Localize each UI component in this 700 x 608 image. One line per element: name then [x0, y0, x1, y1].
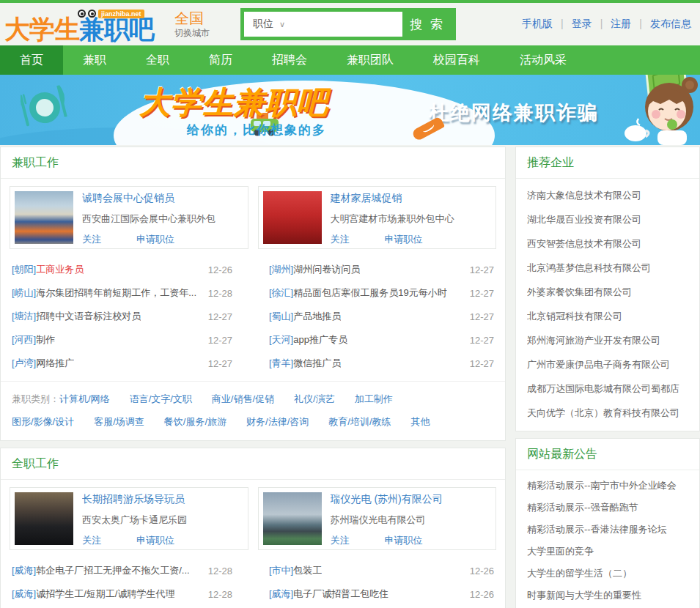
nav-item-jobfair[interactable]: 招聘会	[252, 45, 327, 75]
category-link[interactable]: 计算机/网络	[59, 393, 110, 404]
job-row[interactable]: [威海] 诚招学生工/短期工/诚聘学生代理 12-28	[12, 582, 232, 606]
apply-link[interactable]: 申请职位	[136, 233, 174, 244]
job-row[interactable]: [崂山] 海尔集团招聘年前短期工作，工资年... 12-28	[12, 281, 232, 305]
login-link[interactable]: 登录	[553, 18, 592, 31]
company-item[interactable]: 济南大象信息技术有限公司	[527, 183, 688, 207]
announcement-item[interactable]: 时事新闻与大学生的重要性	[527, 585, 688, 607]
announcement-item[interactable]: 精彩活动展示--香港法律服务论坛	[527, 519, 688, 541]
company-item[interactable]: 广州市爱康伊品电子商务有限公司	[527, 352, 688, 377]
announcement-item[interactable]: 大学生的留学生活（二）	[527, 563, 688, 585]
job-list-column: [朝阳] 工商业务员 12-26 [崂山] 海尔集团招聘年前短期工作，工资年..…	[12, 258, 253, 375]
job-photo[interactable]	[263, 492, 322, 545]
nav-item-wiki[interactable]: 校园百科	[413, 45, 500, 75]
follow-link[interactable]: 关注	[331, 534, 350, 545]
job-row[interactable]: [河西] 制作 12-27	[12, 328, 232, 352]
nav-item-fulltime[interactable]: 全职	[126, 45, 189, 75]
mobile-version-link[interactable]: 手机版	[522, 18, 553, 31]
announcements-section: 网站最新公告 精彩活动展示--南宁市中外企业峰会 精彩活动展示--强音酷跑节 精…	[515, 438, 700, 608]
category-link[interactable]: 加工制作	[355, 393, 393, 404]
job-district: [青羊]	[269, 357, 293, 370]
banner-slogan: 杜绝网络兼职诈骗	[429, 100, 599, 126]
apply-link[interactable]: 申请职位	[385, 534, 423, 545]
nav-item-team[interactable]: 兼职团队	[327, 45, 413, 75]
top-links: 手机版 登录 注册 发布信息	[522, 18, 691, 31]
job-photo[interactable]	[15, 492, 73, 545]
job-district: [塘沽]	[12, 310, 36, 323]
job-title: 工商业务员	[36, 263, 84, 276]
job-date: 12-27	[470, 311, 494, 322]
fulltime-featured-cards: 长期招聘游乐场导玩员 西安太奥广场卡通尼乐园 关注 申请职位 瑞仪光电 (苏州)…	[1, 480, 505, 555]
categories-label: 兼职类别：	[12, 393, 59, 404]
category-link[interactable]: 商业/销售/促销	[212, 393, 274, 404]
register-link[interactable]: 注册	[592, 18, 632, 31]
category-link[interactable]: 其他	[411, 416, 430, 427]
logo-top-row: jianzhiba.net	[78, 10, 144, 18]
category-link[interactable]: 教育/培训/教练	[328, 416, 391, 427]
job-photo[interactable]	[15, 191, 73, 244]
category-link[interactable]: 礼仪/演艺	[294, 393, 335, 404]
company-item[interactable]: 西安智荟信息技术有限公司	[527, 231, 688, 256]
company-item[interactable]: 天向优学（北京）教育科技有限公司	[527, 401, 688, 425]
job-row[interactable]: [青羊] 微信推广员 12-27	[269, 352, 494, 375]
announcement-item[interactable]: 精彩活动展示--强音酷跑节	[527, 497, 688, 519]
announcement-item[interactable]: 精彩活动展示--南宁市中外企业峰会	[527, 475, 688, 497]
job-photo[interactable]	[263, 191, 322, 244]
nav-item-home[interactable]: 首页	[0, 45, 63, 75]
job-row[interactable]: [朝阳] 工商业务员 12-26	[12, 258, 232, 281]
search-button[interactable]: 搜 索	[402, 12, 452, 37]
announcement-item[interactable]: 大学里面的竞争	[527, 541, 688, 563]
current-city[interactable]: 全国	[174, 10, 210, 28]
job-row[interactable]: [天河] app推广专员 12-27	[269, 328, 494, 352]
category-link[interactable]: 图形/影像/设计	[12, 416, 74, 427]
job-title: 电子厂诚招普工包吃住	[293, 587, 388, 601]
company-item[interactable]: 成都万达国际电影城有限公司蜀都店	[527, 377, 688, 401]
category-link[interactable]: 餐饮/服务/旅游	[164, 416, 226, 427]
job-card-title[interactable]: 诚聘会展中心促销员	[82, 192, 215, 205]
job-row[interactable]: [市中] 包装工 12-26	[269, 559, 494, 582]
follow-link[interactable]: 关注	[82, 534, 101, 545]
googly-eye-icon	[88, 10, 96, 18]
search-input[interactable]	[294, 12, 402, 37]
job-title: app推广专员	[293, 333, 347, 346]
job-row[interactable]: [徐汇] 精品面包店寒假工服务员19元每小时 12-27	[269, 281, 494, 305]
job-district: [徐汇]	[269, 286, 293, 300]
switch-city-link[interactable]: 切换城市	[174, 28, 210, 39]
nav-item-resume[interactable]: 简历	[189, 45, 252, 75]
job-list-column: [市中] 包装工 12-26 [威海] 电子厂诚招普工包吃住 12-26 [威海…	[253, 559, 494, 608]
job-title: 网络推广	[36, 357, 74, 370]
category-link[interactable]: 客服/场调查	[94, 416, 144, 427]
job-district: [湖州]	[269, 263, 293, 276]
site-logo[interactable]: 大学生 兼职吧 jianzhiba.net	[4, 7, 154, 42]
company-item[interactable]: 外婆家餐饮集团有限公司	[527, 280, 688, 304]
follow-link[interactable]: 关注	[82, 233, 101, 244]
job-card-title[interactable]: 瑞仪光电 (苏州)有限公司	[331, 493, 443, 506]
right-sidebar: 推荐企业 济南大象信息技术有限公司 湖北华晟百业投资有限公司 西安智荟信息技术有…	[515, 147, 700, 608]
company-item[interactable]: 湖北华晟百业投资有限公司	[527, 207, 688, 231]
nav-item-activities[interactable]: 活动风采	[500, 45, 586, 75]
job-row[interactable]: [蜀山] 产品地推员 12-27	[269, 305, 494, 328]
job-row[interactable]: [塘沽] 招聘中文语音标注校对员 12-27	[12, 305, 232, 328]
city-selector[interactable]: 全国 切换城市	[174, 10, 210, 39]
job-row[interactable]: [卢湾] 网络推广 12-27	[12, 352, 232, 375]
job-row[interactable]: [威海] 韩企电子厂招工无押金不拖欠工资/... 12-28	[12, 559, 232, 582]
apply-link[interactable]: 申请职位	[136, 534, 174, 545]
job-row[interactable]: [威海] 电子厂诚招普工包吃住 12-26	[269, 582, 494, 606]
left-column: 兼职工作 诚聘会展中心促销员 西安曲江国际会展中心兼职外包 关注 申请职位	[0, 147, 506, 608]
job-date: 12-27	[470, 288, 494, 299]
promo-banner[interactable]: 大学生兼职吧 给你的，比你想象的多 杜绝网络兼职诈骗	[0, 75, 700, 145]
job-card-title[interactable]: 建材家居城促销	[331, 192, 454, 205]
company-item[interactable]: 北京鸿基梦信息科技有限公司	[527, 256, 688, 280]
category-link[interactable]: 财务/法律/咨询	[246, 416, 309, 427]
job-card-company: 大明宫建材市场兼职外包中心	[331, 212, 454, 226]
post-info-link[interactable]: 发布信息	[631, 18, 691, 31]
company-item[interactable]: 郑州海河旅游产业开发有限公司	[527, 328, 688, 352]
job-row[interactable]: [湖州] 湖州问卷访问员 12-27	[269, 258, 494, 281]
company-item[interactable]: 北京销冠科技有限公司	[527, 304, 688, 328]
search-category-dropdown[interactable]: 职位 ∨	[244, 12, 294, 37]
job-district: [威海]	[269, 587, 293, 601]
category-link[interactable]: 语言/文字/文职	[130, 393, 192, 404]
follow-link[interactable]: 关注	[331, 233, 350, 244]
apply-link[interactable]: 申请职位	[385, 233, 423, 244]
job-card-title[interactable]: 长期招聘游乐场导玩员	[82, 493, 187, 506]
nav-item-parttime[interactable]: 兼职	[63, 45, 126, 75]
